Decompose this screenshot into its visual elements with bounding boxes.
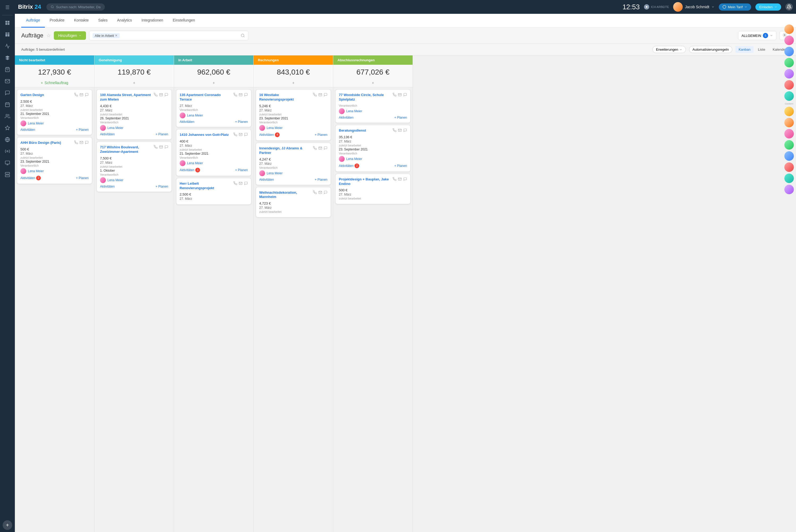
aktivitaeten-link[interactable]: Aktivitäten 2 — [339, 164, 359, 168]
filter-close-icon[interactable]: ✕ — [115, 34, 117, 37]
view-tab-liste[interactable]: Liste — [755, 46, 768, 53]
person-name[interactable]: Lena Meier — [267, 126, 283, 130]
planen-link[interactable]: + Planen — [235, 168, 248, 172]
aktivitaeten-link[interactable]: Aktivitäten 4 — [259, 132, 280, 137]
person-name[interactable]: Lena Meier — [187, 114, 203, 117]
aktivitaeten-link[interactable]: Aktivitäten — [259, 178, 274, 182]
person-name[interactable]: Lena Meier — [187, 161, 203, 165]
email-icon[interactable] — [239, 93, 243, 97]
email-icon[interactable] — [398, 177, 402, 181]
tab-sales[interactable]: Sales — [93, 14, 112, 27]
card-weihnachts[interactable]: Weihnachtsdekoration, Mannheim 4,723 € 2… — [256, 187, 331, 217]
tab-integrationen[interactable]: Integrationen — [137, 14, 168, 27]
email-icon[interactable] — [159, 93, 163, 97]
sidebar-mail-icon[interactable] — [2, 76, 13, 87]
planen-link[interactable]: + Planen — [155, 185, 168, 188]
avatar-right-10[interactable] — [784, 129, 794, 138]
email-icon[interactable] — [318, 93, 322, 97]
avatar-right-5[interactable] — [784, 69, 794, 78]
sidebar-location-icon[interactable] — [2, 134, 13, 145]
card-ahh-buro[interactable]: AHH Büro Design (Paris) 500 € 27. März z… — [17, 137, 92, 184]
view-tab-kanban[interactable]: Kanban — [736, 46, 754, 53]
phone-icon[interactable] — [393, 129, 396, 132]
sidebar-calendar-icon[interactable] — [2, 99, 13, 110]
phone-icon[interactable] — [313, 93, 317, 97]
planen-link[interactable]: + Planen — [235, 120, 248, 124]
person-name[interactable]: Lena Meier — [28, 169, 44, 173]
chat-icon[interactable] — [244, 182, 248, 185]
chat-icon[interactable] — [85, 93, 89, 97]
person-name[interactable]: Lena Meier — [267, 171, 283, 175]
sidebar-bottom-icon[interactable] — [2, 169, 13, 180]
phone-icon[interactable] — [233, 182, 237, 185]
aktivitaeten-link[interactable]: Aktivitäten — [339, 116, 354, 119]
avatar-right-7[interactable] — [784, 91, 794, 101]
planen-link[interactable]: + Planen — [315, 133, 327, 137]
search-right-icon[interactable] — [784, 13, 794, 23]
col-add-rechnungen[interactable]: + — [254, 78, 333, 87]
phone-icon[interactable] — [313, 146, 317, 150]
email-icon[interactable] — [318, 191, 322, 194]
chat-icon[interactable] — [403, 93, 407, 97]
card-100-alameda[interactable]: 100 Alameda Street, Apartment zum Mieten… — [97, 90, 172, 139]
avatar-right-3[interactable] — [784, 47, 794, 56]
avatar-right-2[interactable] — [784, 36, 794, 45]
card-herr-leibelt[interactable]: Herr Leibelt Renovierungsprojekt 2,500 €… — [176, 178, 251, 205]
planen-link[interactable]: + Planen — [394, 116, 407, 119]
chat-icon[interactable] — [403, 177, 407, 181]
email-icon[interactable] — [80, 140, 83, 144]
card-beratungsdienst[interactable]: Beratungsdienst 35,136 € 27. März zuletz… — [335, 125, 411, 172]
avatar-right-8[interactable] — [784, 107, 794, 116]
email-icon[interactable] — [318, 146, 322, 150]
sidebar-dashboard-icon[interactable] — [2, 29, 13, 40]
chat-icon[interactable] — [324, 191, 327, 194]
avatar-right-12[interactable] — [784, 151, 794, 161]
col-add-nicht[interactable]: + Schnellauftrag — [15, 78, 94, 87]
avatar-right-11[interactable] — [784, 140, 794, 150]
planen-link[interactable]: + Planen — [394, 164, 407, 168]
person-name[interactable]: Lena Meier — [346, 157, 362, 161]
sidebar-apps-icon[interactable] — [2, 158, 13, 168]
email-icon[interactable] — [159, 145, 163, 149]
search-input[interactable] — [56, 5, 100, 9]
aktivitaeten-link[interactable]: Aktivitäten — [100, 132, 115, 136]
notification-icon[interactable] — [784, 2, 794, 12]
allgemein-button[interactable]: ALLGEMEIN 5 — [738, 31, 776, 40]
sidebar-cart-icon[interactable] — [2, 64, 13, 75]
aktivitaeten-link[interactable]: Aktivitäten — [179, 120, 194, 124]
planen-link[interactable]: + Planen — [76, 176, 89, 180]
col-add-abschluss[interactable]: + — [333, 78, 413, 87]
phone-icon[interactable] — [393, 93, 396, 97]
chat-icon[interactable] — [165, 93, 168, 97]
card-projektdesign[interactable]: Projektdesign + Bauplan, Jake Endino 500… — [335, 174, 411, 204]
card-135-apartment[interactable]: 135 Apartment Coronado Terrace 27. März … — [176, 90, 251, 127]
aktivitaeten-link[interactable]: Aktivitäten 1 — [179, 168, 200, 172]
avatar-right-14[interactable] — [784, 173, 794, 183]
einladen-button[interactable]: Einladen — [755, 3, 781, 11]
phone-icon[interactable] — [74, 93, 78, 97]
add-button[interactable]: Hinzufügen — [54, 31, 86, 40]
card-garten-design[interactable]: Garten Design 2,500 € 27. März zuletzt b… — [17, 90, 92, 135]
erweiterungen-button[interactable]: Erweiterungen — [652, 46, 686, 53]
avatar-right-9[interactable] — [784, 118, 794, 127]
card-1410-johannes[interactable]: 1410 Johannes von Gott-Platz 400 € 27. M… — [176, 129, 251, 176]
sidebar-star-icon[interactable] — [2, 122, 13, 133]
phone-icon[interactable] — [393, 177, 396, 181]
aktivitaeten-link[interactable]: Aktivitäten — [100, 185, 115, 188]
col-add-inarbeit[interactable]: + — [174, 78, 253, 87]
tab-analytics[interactable]: Analytics — [112, 14, 137, 27]
work-status[interactable]: ICH ARBEITE — [644, 4, 669, 10]
sidebar-add-icon[interactable]: + — [3, 520, 12, 530]
chat-icon[interactable] — [244, 133, 248, 136]
phone-icon[interactable] — [313, 191, 317, 194]
sidebar-chat-icon[interactable] — [2, 88, 13, 98]
chat-icon[interactable] — [403, 129, 407, 132]
person-name[interactable]: Lena Meier — [108, 126, 124, 130]
avatar-right-15[interactable] — [784, 185, 794, 194]
card-westlake[interactable]: 16 Westlake Renovierungsprojekt 5,246 € … — [256, 90, 331, 140]
card-717-wilshire[interactable]: 717 Wilshire Boulevard, Zweizimmer-Apart… — [97, 142, 172, 192]
sidebar-crm-icon[interactable] — [2, 53, 13, 63]
email-icon[interactable] — [239, 182, 243, 185]
phone-icon[interactable] — [233, 133, 237, 136]
email-icon[interactable] — [398, 129, 402, 132]
